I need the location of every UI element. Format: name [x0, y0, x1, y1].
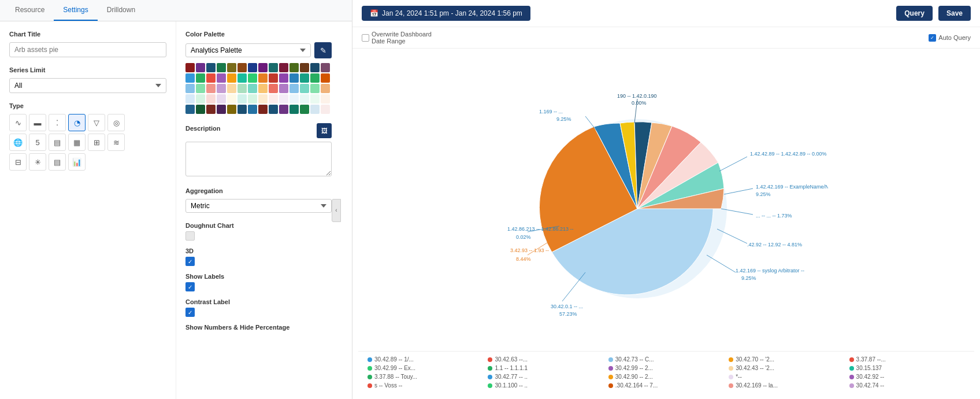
doughnut-checkbox[interactable]	[185, 231, 195, 241]
color-swatch[interactable]	[289, 84, 299, 93]
color-swatch[interactable]	[300, 84, 309, 93]
type-number[interactable]: 5	[29, 134, 46, 151]
color-swatch[interactable]	[321, 73, 330, 83]
color-swatch[interactable]	[279, 63, 288, 72]
contrast-label-checkbox[interactable]: ✓	[185, 308, 195, 317]
query-button[interactable]: Query	[896, 6, 933, 21]
date-range-button[interactable]: 📅 Jan 24, 2024 1:51 pm - Jan 24, 2024 1:…	[362, 6, 530, 21]
color-swatch[interactable]	[206, 94, 216, 104]
color-swatch[interactable]	[289, 73, 299, 83]
color-swatch[interactable]	[237, 94, 247, 104]
color-swatch[interactable]	[248, 84, 257, 93]
type-list[interactable]: ▤	[49, 153, 66, 171]
color-swatch[interactable]	[321, 94, 330, 104]
color-swatch[interactable]	[269, 94, 278, 104]
type-funnel[interactable]: ▽	[88, 114, 105, 131]
chart-title-input[interactable]	[9, 42, 166, 57]
color-swatch[interactable]	[269, 73, 278, 83]
three-d-checkbox[interactable]: ✓	[185, 257, 195, 266]
color-swatch[interactable]	[300, 105, 309, 114]
color-swatch[interactable]	[258, 73, 268, 83]
color-swatch[interactable]	[310, 63, 320, 72]
color-swatch[interactable]	[227, 84, 236, 93]
color-swatch[interactable]	[206, 84, 216, 93]
color-swatch[interactable]	[227, 105, 236, 114]
color-swatch[interactable]	[310, 105, 320, 114]
color-swatch[interactable]	[289, 94, 299, 104]
color-swatch[interactable]	[237, 84, 247, 93]
type-sunburst[interactable]: ✳	[29, 153, 46, 171]
color-swatch[interactable]	[237, 73, 247, 83]
color-swatch[interactable]	[289, 105, 299, 114]
color-swatch[interactable]	[227, 63, 236, 72]
color-swatch[interactable]	[258, 94, 268, 104]
color-swatch[interactable]	[269, 105, 278, 114]
type-line[interactable]: ∿	[9, 114, 27, 131]
color-swatch[interactable]	[269, 84, 278, 93]
palette-select[interactable]: Analytics Palette Default Custom	[185, 43, 311, 57]
color-swatch[interactable]	[196, 63, 205, 72]
color-swatch[interactable]	[248, 63, 257, 72]
color-swatch[interactable]	[196, 73, 205, 83]
color-swatch[interactable]	[258, 105, 268, 114]
color-swatch[interactable]	[185, 84, 195, 93]
type-pie[interactable]: ◔	[68, 114, 86, 131]
color-swatch[interactable]	[300, 63, 309, 72]
type-scatter[interactable]: ⁚	[49, 114, 66, 131]
type-calc[interactable]: ▦	[68, 134, 86, 151]
type-gauge[interactable]: ◎	[107, 114, 125, 131]
color-swatch[interactable]	[196, 105, 205, 114]
color-swatch[interactable]	[227, 94, 236, 104]
color-swatch[interactable]	[279, 94, 288, 104]
color-swatch[interactable]	[196, 94, 205, 104]
color-swatch[interactable]	[237, 63, 247, 72]
color-swatch[interactable]	[206, 63, 216, 72]
description-icon-button[interactable]: 🖼	[317, 123, 332, 138]
type-multi[interactable]: ⊞	[88, 134, 105, 151]
collapse-panel-button[interactable]: ‹	[332, 199, 341, 222]
tab-resource[interactable]: Resource	[6, 0, 54, 21]
color-swatch[interactable]	[300, 94, 309, 104]
color-swatch[interactable]	[279, 105, 288, 114]
type-wave[interactable]: ≋	[107, 134, 125, 151]
color-swatch[interactable]	[206, 105, 216, 114]
color-swatch[interactable]	[300, 73, 309, 83]
aggregation-select[interactable]: Metric Sum Average	[185, 199, 332, 213]
save-button[interactable]: Save	[938, 6, 971, 21]
show-labels-checkbox[interactable]: ✓	[185, 282, 195, 291]
auto-query-checkbox[interactable]: ✓	[929, 34, 936, 42]
color-swatch[interactable]	[206, 73, 216, 83]
color-swatch[interactable]	[185, 94, 195, 104]
color-swatch[interactable]	[237, 105, 247, 114]
color-swatch[interactable]	[310, 73, 320, 83]
color-swatch[interactable]	[289, 63, 299, 72]
series-limit-select[interactable]: All 10 25 50	[9, 78, 166, 93]
color-swatch[interactable]	[310, 94, 320, 104]
color-swatch[interactable]	[217, 94, 226, 104]
color-swatch[interactable]	[217, 63, 226, 72]
type-table[interactable]: ▤	[49, 134, 66, 151]
color-swatch[interactable]	[196, 84, 205, 93]
color-swatch[interactable]	[248, 94, 257, 104]
type-globe[interactable]: 🌐	[9, 134, 27, 151]
type-area[interactable]: 📊	[68, 153, 86, 171]
type-bar[interactable]: ▬	[29, 114, 46, 131]
color-swatch[interactable]	[185, 105, 195, 114]
color-swatch[interactable]	[248, 73, 257, 83]
description-textarea[interactable]	[185, 142, 332, 176]
color-swatch[interactable]	[279, 84, 288, 93]
color-swatch[interactable]	[321, 63, 330, 72]
color-swatch[interactable]	[269, 63, 278, 72]
tab-drilldown[interactable]: Drilldown	[98, 0, 144, 21]
tab-settings[interactable]: Settings	[54, 0, 97, 21]
overwrite-checkbox[interactable]	[362, 34, 369, 42]
color-swatch[interactable]	[279, 73, 288, 83]
color-swatch[interactable]	[248, 105, 257, 114]
color-swatch[interactable]	[258, 63, 268, 72]
color-swatch[interactable]	[321, 105, 330, 114]
color-swatch[interactable]	[321, 84, 330, 93]
color-swatch[interactable]	[258, 84, 268, 93]
color-swatch[interactable]	[185, 73, 195, 83]
color-swatch[interactable]	[185, 63, 195, 72]
color-swatch[interactable]	[217, 73, 226, 83]
